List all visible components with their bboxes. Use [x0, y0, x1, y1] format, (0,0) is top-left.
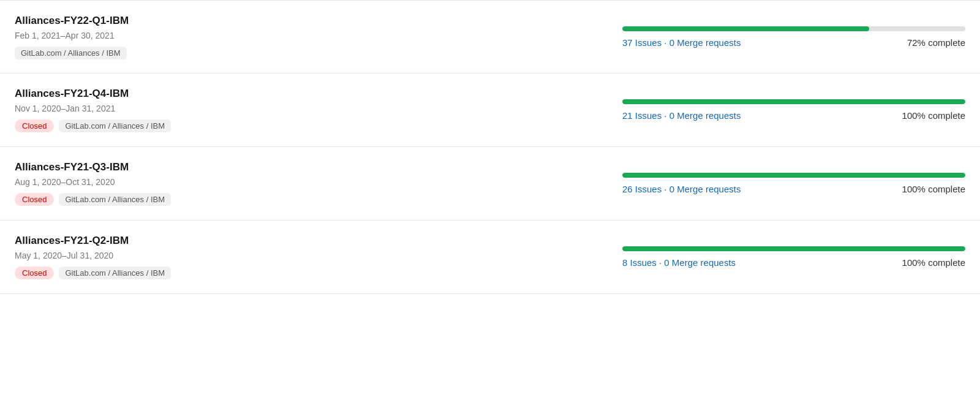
- milestone-path-tag: GitLab.com / Alliances / IBM: [59, 119, 171, 132]
- progress-bar-fill: [622, 173, 965, 178]
- milestone-tags: ClosedGitLab.com / Alliances / IBM: [15, 193, 211, 206]
- milestone-right-section: 8 Issues · 0 Merge requests100% complete: [622, 246, 965, 268]
- closed-badge: Closed: [15, 119, 54, 132]
- closed-badge: Closed: [15, 267, 54, 279]
- milestone-path-tag: GitLab.com / Alliances / IBM: [59, 193, 171, 206]
- milestone-tags: ClosedGitLab.com / Alliances / IBM: [15, 267, 211, 279]
- milestone-stats-row: 26 Issues · 0 Merge requests100% complet…: [622, 184, 965, 194]
- milestone-stats-link[interactable]: 8 Issues · 0 Merge requests: [622, 257, 736, 268]
- milestone-complete-text: 72% complete: [907, 37, 965, 48]
- milestone-stats-row: 21 Issues · 0 Merge requests100% complet…: [622, 110, 965, 121]
- milestone-dates: Nov 1, 2020–Jan 31, 2021: [15, 104, 211, 113]
- milestone-item: Alliances-FY22-Q1-IBMFeb 1, 2021–Apr 30,…: [0, 0, 980, 74]
- milestone-title[interactable]: Alliances-FY22-Q1-IBM: [15, 15, 211, 27]
- milestone-path-tag: GitLab.com / Alliances / IBM: [15, 47, 127, 59]
- milestone-right-section: 37 Issues · 0 Merge requests72% complete: [622, 26, 965, 48]
- milestone-stats-link[interactable]: 21 Issues · 0 Merge requests: [622, 110, 741, 121]
- milestone-path-tag: GitLab.com / Alliances / IBM: [59, 267, 171, 279]
- milestone-left-section: Alliances-FY21-Q2-IBMMay 1, 2020–Jul 31,…: [15, 235, 211, 279]
- closed-badge: Closed: [15, 193, 54, 206]
- milestone-right-section: 21 Issues · 0 Merge requests100% complet…: [622, 99, 965, 121]
- milestone-title[interactable]: Alliances-FY21-Q3-IBM: [15, 161, 211, 173]
- progress-bar-container: [622, 99, 965, 104]
- milestone-left-section: Alliances-FY21-Q3-IBMAug 1, 2020–Oct 31,…: [15, 161, 211, 206]
- progress-bar-fill: [622, 26, 869, 31]
- milestone-dates: May 1, 2020–Jul 31, 2020: [15, 251, 211, 260]
- milestone-item: Alliances-FY21-Q3-IBMAug 1, 2020–Oct 31,…: [0, 147, 980, 221]
- milestone-stats-row: 37 Issues · 0 Merge requests72% complete: [622, 37, 965, 48]
- milestone-stats-link[interactable]: 37 Issues · 0 Merge requests: [622, 37, 741, 48]
- milestone-complete-text: 100% complete: [902, 110, 965, 121]
- milestone-dates: Feb 1, 2021–Apr 30, 2021: [15, 31, 211, 40]
- milestone-tags: GitLab.com / Alliances / IBM: [15, 47, 211, 59]
- milestone-stats-link[interactable]: 26 Issues · 0 Merge requests: [622, 184, 741, 194]
- milestone-complete-text: 100% complete: [902, 184, 965, 194]
- progress-bar-container: [622, 173, 965, 178]
- milestone-title[interactable]: Alliances-FY21-Q4-IBM: [15, 88, 211, 100]
- milestone-dates: Aug 1, 2020–Oct 31, 2020: [15, 177, 211, 187]
- milestone-right-section: 26 Issues · 0 Merge requests100% complet…: [622, 173, 965, 194]
- milestone-left-section: Alliances-FY21-Q4-IBMNov 1, 2020–Jan 31,…: [15, 88, 211, 132]
- milestone-left-section: Alliances-FY22-Q1-IBMFeb 1, 2021–Apr 30,…: [15, 15, 211, 59]
- milestone-title[interactable]: Alliances-FY21-Q2-IBM: [15, 235, 211, 247]
- milestone-stats-row: 8 Issues · 0 Merge requests100% complete: [622, 257, 965, 268]
- progress-bar-fill: [622, 246, 965, 251]
- milestone-item: Alliances-FY21-Q2-IBMMay 1, 2020–Jul 31,…: [0, 221, 980, 294]
- progress-bar-fill: [622, 99, 965, 104]
- progress-bar-container: [622, 26, 965, 31]
- milestone-item: Alliances-FY21-Q4-IBMNov 1, 2020–Jan 31,…: [0, 74, 980, 147]
- milestone-complete-text: 100% complete: [902, 257, 965, 268]
- progress-bar-container: [622, 246, 965, 251]
- milestone-tags: ClosedGitLab.com / Alliances / IBM: [15, 119, 211, 132]
- milestone-list: Alliances-FY22-Q1-IBMFeb 1, 2021–Apr 30,…: [0, 0, 980, 294]
